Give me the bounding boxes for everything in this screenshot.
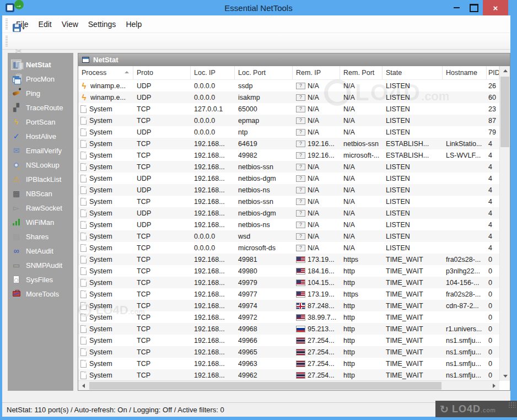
cell-pid: 0 [487, 335, 499, 346]
table-row[interactable]: SystemTCP192.168...49981173.19...httpsTI… [78, 254, 499, 265]
column-header-loc-port[interactable]: Loc. Port [235, 66, 293, 79]
table-row[interactable]: SystemTCP0.0.0.0epmap?N/AN/ALISTEN87 [78, 115, 499, 126]
us-flag-icon [296, 256, 305, 263]
cell-process: System [78, 323, 133, 335]
horizontal-scroll-thumb[interactable] [89, 382, 441, 390]
table-row[interactable]: SystemTCP192.168...4996227.254...httpTIM… [78, 369, 499, 381]
table-row[interactable]: SystemTCP192.168...4996327.254...httpTIM… [78, 358, 499, 369]
table-row[interactable]: SystemTCP192.168...netbios-ssn?N/AN/ALIS… [78, 161, 499, 173]
column-header-process[interactable]: Process [78, 66, 133, 79]
column-header-pid[interactable]: PID [487, 66, 499, 79]
process-document-icon [80, 371, 87, 379]
sidebar-item-nbscan[interactable]: ▩NBScan [8, 186, 73, 201]
toolbar-grip[interactable] [6, 36, 8, 47]
cell-rem-port: http [340, 277, 383, 288]
sidebar-item-portscan[interactable]: ϟPortScan [8, 115, 73, 129]
vertical-scroll-track[interactable] [500, 76, 509, 371]
table-row[interactable]: SystemTCP127.0.0.165000?N/AN/ALISTEN23 [78, 103, 499, 115]
table-row[interactable]: SystemTCP192.168...64619?192.16...netbio… [78, 138, 499, 149]
scroll-down-icon[interactable] [500, 371, 510, 381]
column-header-loc-ip[interactable]: Loc. IP [191, 66, 235, 79]
sidebar-item-sysfiles[interactable]: SysFiles [8, 272, 73, 287]
maximize-button[interactable] [465, 0, 483, 15]
sidebar-item-ping[interactable]: Ping [8, 86, 73, 100]
sidebar-item-hostalive[interactable]: ✓HostAlive [8, 129, 73, 143]
copy-button[interactable] [12, 58, 26, 71]
sidebar-item-snmpaudit[interactable]: ▭SNMPAudit [8, 258, 73, 272]
menu-edit[interactable]: Edit [34, 18, 57, 31]
table-row[interactable]: SystemUDP192.168...netbios-ns?N/AN/ALIST… [78, 184, 499, 196]
save-dropdown-caret[interactable]: ▾ [22, 25, 25, 31]
vertical-scroll-thumb[interactable] [500, 77, 509, 147]
forward-button[interactable]: → [12, 0, 26, 12]
cell-proto: UDP [133, 173, 191, 184]
sidebar-item-netaudit[interactable]: ∞NetAudit [8, 244, 73, 258]
cell-proto: TCP [133, 323, 191, 335]
cell-rem-port: netbios-ssn [340, 138, 383, 149]
horizontal-scrollbar[interactable] [78, 380, 499, 390]
table-row[interactable]: SystemTCP192.168...4996627.254...httpTIM… [78, 335, 499, 346]
table-row[interactable]: SystemUDP192.168...netbios-dgm?N/AN/ALIS… [78, 173, 499, 184]
cell-pid: 4 [487, 173, 499, 184]
th-flag-icon [296, 372, 305, 379]
table-row[interactable]: SystemTCP192.168...49979104.15...httpTIM… [78, 277, 499, 288]
table-row[interactable]: SystemTCP192.168...netbios-ssn?N/AN/ALIS… [78, 196, 499, 207]
menu-help[interactable]: Help [121, 18, 147, 31]
cut-button[interactable]: ✂ [12, 45, 26, 58]
cell-rem-ip: ?N/A [293, 80, 340, 91]
scroll-left-icon[interactable] [78, 381, 89, 390]
cell-state: ESTABLISH... [383, 149, 443, 161]
sidebar-item-ipblacklist[interactable]: ⚠IPBlackList [8, 172, 73, 186]
scroll-up-icon[interactable] [500, 66, 510, 76]
table-row[interactable]: SystemTCP192.168...4996895.213...httpTIM… [78, 323, 499, 335]
cell-loc-port: epmap [235, 115, 293, 126]
cell-process: System [78, 196, 133, 207]
table-row[interactable]: ϟwinamp.e...UDP0.0.0.0ssdp?N/AN/ALISTEN2… [78, 80, 499, 91]
table-row[interactable]: SystemUDP0.0.0.0ntp?N/AN/ALISTEN79 [78, 126, 499, 138]
column-header-hostname[interactable]: Hostname [443, 66, 487, 79]
table-row[interactable]: SystemTCP192.168...49982?192.16...micros… [78, 149, 499, 161]
table-row[interactable]: SystemTCP0.0.0.0microsoft-ds?N/AN/ALISTE… [78, 242, 499, 254]
sidebar-item-nslookup[interactable]: NSLookup [8, 158, 73, 172]
sidebar-item-wifiman[interactable]: WiFiMan [8, 215, 73, 229]
cell-hostname [443, 196, 487, 207]
table-row[interactable]: SystemTCP192.168...4997238.99.7...httpTI… [78, 311, 499, 323]
sidebar-item-traceroute[interactable]: ▞TraceRoute [8, 100, 73, 115]
column-header-proto[interactable]: Proto [133, 66, 191, 79]
cell-pid: 79 [487, 126, 499, 138]
save-button[interactable]: ▾ [12, 21, 26, 35]
table-row[interactable]: SystemTCP0.0.0.0wsd?N/AN/ALISTEN4 [78, 230, 499, 242]
cell-pid: 0 [487, 254, 499, 265]
column-header-state[interactable]: State [383, 66, 443, 79]
toolbar: ←→▾✂⚙? [2, 33, 510, 50]
sidebar-item-rawsocket[interactable]: ▻RawSocket [8, 201, 73, 215]
close-button[interactable]: × [483, 0, 508, 15]
table-row[interactable]: ϟwinamp.e...UDP0.0.0.0isakmp?N/AN/ALISTE… [78, 91, 499, 103]
table-row[interactable]: SystemTCP192.168...4996527.254...httpTIM… [78, 346, 499, 358]
rem-ip-value: 104.15... [308, 279, 335, 287]
menu-view[interactable]: View [57, 18, 83, 31]
rem-ip-value: 27.254... [308, 348, 335, 356]
column-header-rem-ip[interactable]: Rem. IP [293, 66, 340, 79]
sidebar-item-emailverify[interactable]: ✉EmailVerify [8, 143, 73, 158]
table-row[interactable]: SystemTCP192.168...49980184.16...httpTIM… [78, 265, 499, 277]
menu-settings[interactable]: Settings [83, 18, 121, 31]
rem-ip-value: N/A [308, 128, 319, 136]
nbscan-icon: ▩ [11, 189, 21, 199]
cell-proto: TCP [133, 230, 191, 242]
scroll-right-icon[interactable] [489, 381, 499, 390]
sidebar-item-moretools[interactable]: MoreTools [8, 287, 73, 301]
table-row[interactable]: SystemTCP192.168...4997487.248...httpTIM… [78, 300, 499, 311]
table-row[interactable]: SystemUDP192.168...netbios-dgm?N/AN/ALIS… [78, 207, 499, 219]
vertical-scrollbar[interactable] [499, 66, 510, 381]
horizontal-scroll-track[interactable] [89, 381, 489, 390]
minimize-button[interactable] [448, 0, 465, 15]
table-row[interactable]: SystemTCP192.168...49977173.19...httpsTI… [78, 288, 499, 300]
sidebar-item-shares[interactable]: ▤Shares [8, 229, 73, 244]
ping-icon [11, 88, 21, 99]
menubar-grip[interactable] [6, 19, 8, 30]
column-header-rem-port[interactable]: Rem. Port [340, 66, 383, 79]
cell-rem-port: N/A [340, 103, 383, 115]
cell-loc-ip: 192.168... [191, 300, 235, 311]
table-row[interactable]: SystemUDP192.168...netbios-ns?N/AN/ALIST… [78, 219, 499, 230]
